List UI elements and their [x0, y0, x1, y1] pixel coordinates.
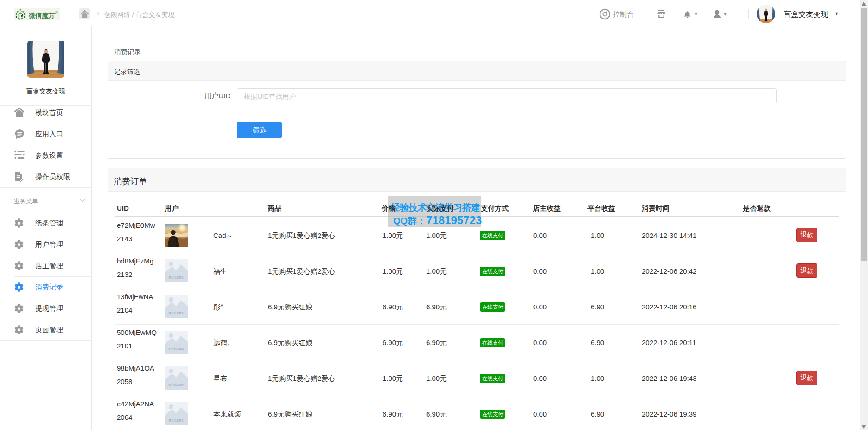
- svg-text:图片无法显示: 图片无法显示: [169, 419, 184, 422]
- svg-text:图片无法显示: 图片无法显示: [169, 383, 184, 386]
- svg-text:图片无法显示: 图片无法显示: [169, 347, 184, 351]
- svg-text:图片无法显示: 图片无法显示: [169, 276, 184, 279]
- svg-text:图片无法显示: 图片无法显示: [169, 312, 184, 315]
